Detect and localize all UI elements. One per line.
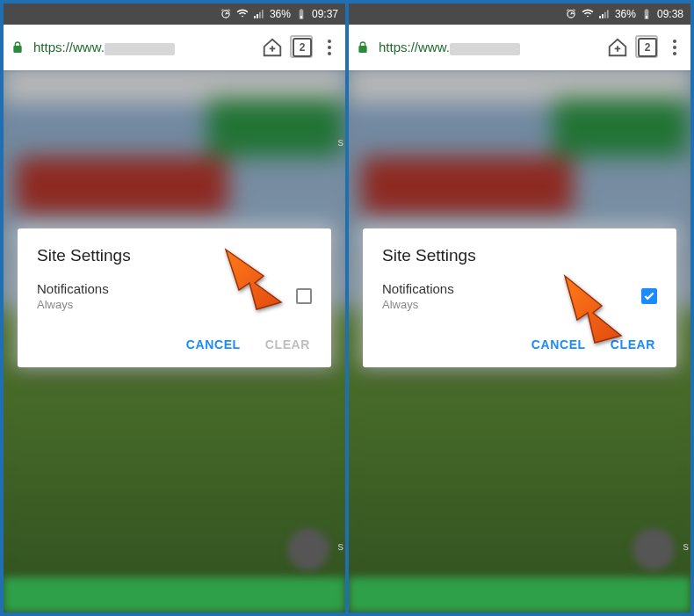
notifications-checkbox[interactable] bbox=[296, 288, 312, 304]
tab-count[interactable]: 2 bbox=[638, 38, 657, 57]
status-bar: 36% 09:38 bbox=[349, 4, 690, 25]
signal-icon bbox=[598, 8, 611, 20]
tab-count[interactable]: 2 bbox=[293, 38, 312, 57]
menu-dots-icon[interactable] bbox=[666, 40, 683, 55]
site-settings-dialog: Site Settings Notifications Always CANCE… bbox=[18, 228, 331, 367]
row-sublabel: Always bbox=[382, 298, 454, 311]
cancel-button[interactable]: CANCEL bbox=[531, 337, 586, 351]
url-bar: https://www. 2 bbox=[4, 25, 345, 70]
cancel-button[interactable]: CANCEL bbox=[186, 337, 241, 351]
status-clock: 09:38 bbox=[657, 8, 683, 20]
status-bar: 36% 09:37 bbox=[4, 4, 345, 25]
site-settings-dialog: Site Settings Notifications Always CANCE… bbox=[363, 228, 676, 367]
fab-blurred bbox=[633, 528, 675, 570]
lock-icon bbox=[356, 40, 370, 54]
status-clock: 09:37 bbox=[312, 8, 338, 20]
clear-button[interactable]: CLEAR bbox=[611, 337, 655, 351]
signal-icon bbox=[253, 8, 265, 20]
battery-icon bbox=[640, 8, 653, 20]
home-plus-icon[interactable] bbox=[261, 36, 284, 59]
url-text[interactable]: https://www. bbox=[33, 40, 252, 54]
url-bar: https://www. 2 bbox=[349, 25, 690, 70]
alarm-icon bbox=[565, 8, 577, 20]
battery-percent: 36% bbox=[615, 8, 636, 20]
notifications-checkbox[interactable] bbox=[641, 288, 657, 304]
menu-dots-icon[interactable] bbox=[321, 40, 338, 55]
row-label: Notifications bbox=[37, 281, 109, 296]
battery-icon bbox=[295, 8, 307, 20]
wifi-icon bbox=[582, 8, 594, 20]
screenshot-left: s s 36% 09:37 https://www. 2 Site Settin… bbox=[4, 4, 345, 612]
screenshot-right: s 36% 09:38 https://www. 2 Site Settings… bbox=[349, 4, 690, 612]
dialog-title: Site Settings bbox=[37, 246, 312, 265]
home-plus-icon[interactable] bbox=[606, 36, 629, 59]
clear-button[interactable]: CLEAR bbox=[265, 337, 310, 351]
url-text[interactable]: https://www. bbox=[379, 40, 597, 54]
dialog-title: Site Settings bbox=[382, 246, 657, 265]
wifi-icon bbox=[236, 8, 249, 20]
row-sublabel: Always bbox=[37, 298, 109, 311]
alarm-icon bbox=[220, 8, 232, 20]
battery-percent: 36% bbox=[270, 8, 291, 20]
fab-blurred bbox=[287, 528, 329, 570]
row-label: Notifications bbox=[382, 281, 454, 296]
notifications-row[interactable]: Notifications Always bbox=[382, 281, 657, 311]
lock-icon bbox=[11, 40, 25, 54]
notifications-row[interactable]: Notifications Always bbox=[37, 281, 312, 311]
